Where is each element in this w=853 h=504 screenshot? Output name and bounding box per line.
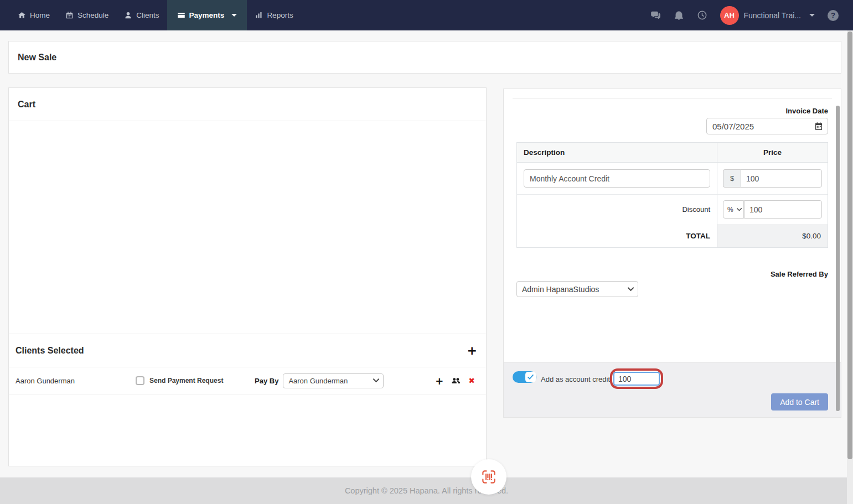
chat-icon [650, 10, 661, 20]
user-menu[interactable]: AH Functional Trai... [720, 6, 815, 25]
highlight-annotation [610, 368, 663, 389]
main-menu: Home Schedule Clients Payments Reports [0, 0, 301, 30]
price-header: Price [717, 143, 828, 163]
discount-cell: % [717, 195, 828, 224]
invoice-date-label: Invoice Date [516, 107, 828, 115]
invoice-items-table: Description Price $ Discount [516, 142, 828, 248]
history-button[interactable] [697, 10, 707, 20]
client-name: Aaron Gunderman [15, 377, 136, 385]
page-title: New Sale [18, 53, 56, 63]
discount-unit-wrap: % [723, 200, 744, 219]
invoice-panel-footer: Add as account credit Add to Cart [504, 362, 841, 417]
nav-item-clients[interactable]: Clients [116, 0, 167, 30]
clients-selected-title: Clients Selected [15, 346, 84, 356]
sale-referred-by-wrap: Admin HapanaStudios [516, 281, 638, 297]
account-credit-label: Add as account credit [541, 375, 610, 383]
discount-input-group: % [723, 200, 822, 219]
cart-panel: Cart Clients Selected + Aaron Gunderman … [8, 87, 487, 466]
calendar-icon[interactable] [814, 122, 823, 131]
navbar-actions: AH Functional Trai... ? [650, 0, 853, 30]
cart-empty-area [9, 121, 486, 334]
invoice-date-input[interactable] [712, 122, 814, 131]
add-item-for-client-button[interactable]: + [435, 375, 443, 387]
client-row: Aaron Gunderman Send Payment Request Pay… [9, 367, 486, 394]
page-footer: Copyright © 2025 Hapana. All rights rese… [0, 477, 853, 504]
cart-header: Cart [9, 88, 486, 121]
invoice-date-field [706, 118, 828, 134]
pay-by-group: Pay By Aaron Gunderman [255, 373, 384, 388]
currency-prefix: $ [723, 169, 741, 188]
price-cell: $ [717, 163, 828, 195]
nav-label: Home [30, 11, 50, 19]
discount-input[interactable] [744, 200, 822, 219]
discount-label: Discount [517, 195, 717, 224]
nav-item-home[interactable]: Home [10, 0, 58, 30]
credit-card-icon [177, 11, 185, 19]
bell-icon [674, 10, 684, 20]
description-cell [517, 163, 717, 195]
page-title-card: New Sale [8, 41, 841, 74]
home-icon [18, 11, 26, 19]
send-payment-request-checkbox[interactable]: Send Payment Request [136, 376, 255, 385]
nav-item-schedule[interactable]: Schedule [58, 0, 116, 30]
sale-referred-by-select[interactable]: Admin HapanaStudios [516, 281, 638, 297]
person-icon [124, 11, 132, 19]
barcode-icon [480, 469, 497, 485]
checkbox-label: Send Payment Request [149, 377, 223, 385]
description-input[interactable] [524, 169, 710, 188]
client-row-actions: + ✖ [435, 375, 479, 387]
app-root: Home Schedule Clients Payments Reports [0, 0, 853, 504]
user-name: Functional Trai... [744, 11, 802, 20]
help-button[interactable]: ? [828, 10, 839, 21]
nav-item-reports[interactable]: Reports [247, 0, 301, 30]
top-navbar: Home Schedule Clients Payments Reports [0, 0, 853, 30]
sale-referred-by-label: Sale Referred By [516, 270, 828, 278]
chevron-down-icon [231, 14, 237, 17]
total-value: $0.00 [717, 224, 828, 247]
add-to-cart-button[interactable]: Add to Cart [771, 393, 828, 411]
add-client-button[interactable]: + [467, 345, 477, 357]
page-scrollbar [847, 30, 853, 504]
invoice-panel-top-divider [513, 89, 832, 99]
panel-scrollbar-thumb[interactable] [836, 106, 840, 411]
discount-unit-select[interactable]: % [723, 200, 744, 219]
people-icon[interactable] [451, 376, 461, 386]
nav-label: Payments [189, 11, 225, 19]
remove-client-button[interactable]: ✖ [468, 376, 475, 385]
nav-label: Clients [136, 11, 159, 19]
clients-selected-header: Clients Selected + [9, 334, 486, 367]
invoice-panel-body: Invoice Date Description Price $ Discoun [504, 99, 841, 362]
pay-by-label: Pay By [255, 377, 278, 385]
calendar-icon [65, 11, 74, 19]
price-input[interactable] [741, 169, 822, 188]
price-input-group: $ [723, 169, 822, 188]
toggle-knob [525, 372, 536, 382]
account-credit-toggle[interactable] [513, 371, 536, 383]
barcode-scan-button[interactable] [471, 459, 506, 495]
chevron-down-icon [809, 14, 815, 17]
messages-button[interactable] [650, 10, 661, 20]
invoice-panel: Invoice Date Description Price $ Discoun [503, 89, 841, 418]
bar-chart-icon [255, 11, 263, 19]
total-label: TOTAL [517, 224, 717, 247]
nav-label: Schedule [77, 11, 108, 19]
description-header: Description [517, 143, 717, 163]
pay-by-select[interactable]: Aaron Gunderman [283, 373, 384, 388]
account-credit-input[interactable] [613, 372, 660, 386]
clock-icon [697, 10, 707, 20]
check-icon [528, 374, 534, 380]
pay-by-select-wrap: Aaron Gunderman [283, 373, 384, 388]
page-scrollbar-thumb[interactable] [847, 32, 852, 459]
cart-title: Cart [18, 100, 35, 110]
nav-label: Reports [267, 11, 293, 19]
nav-item-payments[interactable]: Payments [167, 0, 247, 30]
avatar: AH [720, 6, 739, 25]
notifications-button[interactable] [674, 10, 684, 20]
